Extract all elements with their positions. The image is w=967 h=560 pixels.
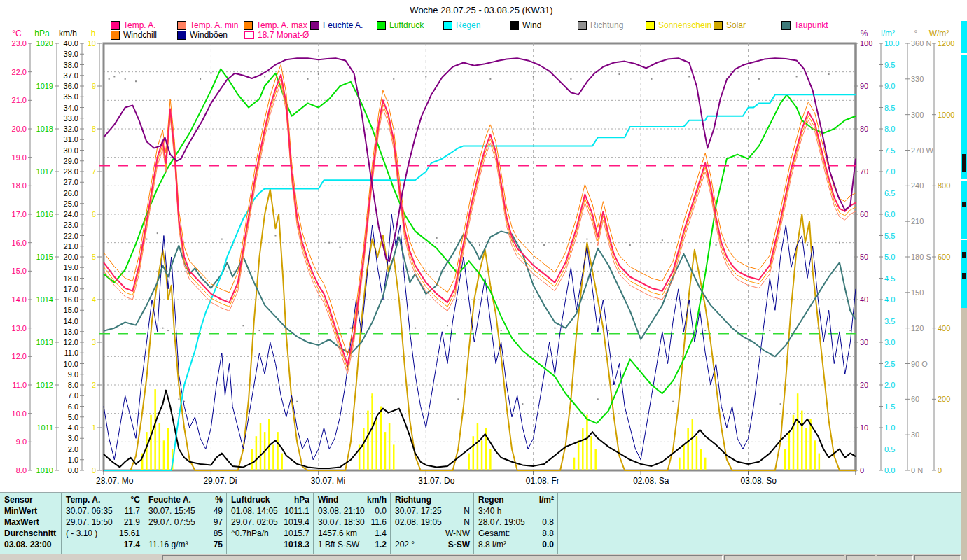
series-richtung-dot bbox=[748, 239, 749, 241]
plot-border bbox=[104, 43, 856, 470]
axis-label-h: 9 bbox=[92, 82, 96, 90]
axis-label-temp: 19.0 bbox=[12, 153, 27, 162]
status-bar bbox=[0, 554, 963, 560]
axis-label-kmh: 18.0 bbox=[64, 274, 78, 283]
table-cell-row: 03.08. 21:100.0 bbox=[318, 506, 387, 517]
axis-label-lm2: 7.5 bbox=[884, 146, 895, 155]
axis-label-kmh: 9.0 bbox=[68, 370, 78, 379]
axis-label-kmh: 17.0 bbox=[64, 285, 78, 293]
table-cell-row: 29.07. 15:5021.9 bbox=[66, 517, 140, 528]
axis-label-lm2: 0.5 bbox=[884, 445, 895, 454]
axis-label-hpa: 1010 bbox=[36, 466, 53, 475]
axis-label-pct: 30 bbox=[860, 338, 868, 346]
axis-label-pct: 20 bbox=[860, 381, 868, 389]
axis-label-kmh: 36.0 bbox=[64, 82, 78, 90]
axis-label-kmh: 15.0 bbox=[64, 306, 78, 314]
series-richtung-dot bbox=[221, 239, 223, 240]
axis-label-kmh: 21.0 bbox=[64, 242, 78, 251]
axis-label-temp: 10.0 bbox=[12, 410, 27, 418]
axis-label-deg: 90 O bbox=[911, 360, 928, 368]
series-richtung-dot bbox=[258, 330, 260, 331]
axis-label-temp: 13.0 bbox=[12, 324, 27, 332]
status-bar-segment bbox=[846, 555, 875, 560]
axis-label-hpa: 1018 bbox=[36, 125, 53, 133]
series-richtung-dot bbox=[350, 328, 352, 329]
axis-unit-wm2: W/m² bbox=[929, 29, 949, 38]
axis-unit-hpa: hPa bbox=[34, 29, 50, 38]
axis-label-deg: 120 bbox=[911, 324, 924, 332]
axis-label-hpa: 1019 bbox=[36, 82, 53, 90]
series-richtung-dot bbox=[570, 78, 571, 80]
table-col-luftdruck: LuftdruckhPa01.08. 14:051011.129.07. 02:… bbox=[227, 493, 314, 554]
table-col-feuchte-a-: Feuchte A.%30.07. 15:454929.07. 07:55978… bbox=[144, 493, 227, 554]
axis-label-lm2: 6.5 bbox=[884, 189, 895, 197]
x-day-label: 31.07. Do bbox=[418, 476, 454, 486]
table-cell-row: 1457.6 km1.4 bbox=[318, 528, 387, 540]
axis-label-lm2: 8.5 bbox=[884, 104, 895, 112]
table-cell-row: 29.07. 07:5597 bbox=[148, 517, 223, 528]
axis-label-lm2: 10.0 bbox=[884, 39, 899, 48]
axis-label-temp: 8.0 bbox=[16, 466, 27, 475]
axis-label-hpa: 1012 bbox=[36, 381, 53, 389]
axis-label-kmh: 38.0 bbox=[64, 61, 78, 69]
series-richtung-dot bbox=[586, 239, 587, 240]
axis-label-lm2: 1.0 bbox=[884, 424, 895, 432]
axis-label-temp: 20.0 bbox=[12, 125, 27, 133]
axis-label-kmh: 31.0 bbox=[64, 135, 78, 144]
table-cell-row: 29.07. 02:051019.4 bbox=[231, 517, 309, 528]
series-richtung-dot bbox=[688, 76, 690, 77]
axis-label-kmh: 25.0 bbox=[64, 200, 78, 208]
series-richtung-dot bbox=[737, 325, 738, 326]
series-richtung-dot bbox=[167, 330, 169, 331]
table-row-label: MinWert bbox=[4, 506, 57, 517]
axis-label-kmh: 37.0 bbox=[64, 71, 78, 80]
axis-label-temp: 15.0 bbox=[12, 267, 27, 275]
status-bar-segment bbox=[914, 555, 961, 560]
axis-label-kmh: 33.0 bbox=[64, 114, 78, 122]
series-richtung-dot bbox=[125, 78, 126, 80]
table-cell-row: 1018.3 bbox=[231, 540, 309, 551]
axis-label-kmh: 26.0 bbox=[64, 189, 78, 197]
status-bar-segment bbox=[1, 555, 160, 560]
axis-label-kmh: 4.0 bbox=[68, 424, 78, 432]
axis-label-wm2: 400 bbox=[938, 324, 950, 332]
series-richtung-dot bbox=[629, 244, 631, 246]
series-richtung-dot bbox=[780, 403, 781, 405]
status-bar-segment bbox=[162, 555, 723, 560]
series-richtung-dot bbox=[157, 232, 158, 234]
axis-label-pct: 70 bbox=[860, 167, 868, 176]
axis-label-kmh: 7.0 bbox=[68, 391, 78, 400]
series-richtung-dot bbox=[716, 244, 717, 246]
axis-label-kmh: 34.0 bbox=[64, 104, 78, 112]
series-temp_min bbox=[104, 83, 856, 374]
series-richtung-dot bbox=[522, 403, 523, 405]
table-col-header: Regenl/m² bbox=[478, 495, 554, 506]
x-day-label: 29.07. Di bbox=[203, 476, 237, 486]
table-cell-row: W-NW bbox=[395, 528, 470, 540]
table-cell-row: 28.07. 19:050.8 bbox=[478, 517, 554, 528]
series-richtung-dot bbox=[651, 78, 652, 80]
table-cell-row: 02.08. 19:05N bbox=[395, 517, 470, 528]
series-richtung-dot bbox=[264, 76, 265, 77]
axis-label-wm2: 1200 bbox=[938, 39, 954, 48]
axis-label-temp: 14.0 bbox=[12, 295, 27, 304]
x-day-label: 03.08. So bbox=[741, 476, 777, 486]
table-col-richtung: Richtung30.07. 17:25N02.08. 19:05NW-NW20… bbox=[391, 493, 474, 554]
series-richtung-dot bbox=[849, 330, 851, 331]
axis-label-hpa: 1015 bbox=[36, 253, 53, 261]
axis-label-h: 6 bbox=[92, 210, 96, 218]
table-row-label: 03.08. 23:00 bbox=[4, 540, 57, 551]
x-day-label: 01.08. Fr bbox=[526, 476, 559, 486]
series-richtung-dot bbox=[296, 401, 298, 402]
axis-label-pct: 10 bbox=[860, 424, 868, 432]
weather-chart[interactable]: 23.022.021.020.019.018.017.016.015.014.0… bbox=[0, 0, 967, 560]
axis-label-lm2: 4.0 bbox=[884, 295, 895, 304]
series-richtung-dot bbox=[479, 244, 480, 246]
statistics-table: SensorMinWertMaxWertDurchschnitt03.08. 2… bbox=[0, 492, 963, 555]
table-row-label: Durchschnitt bbox=[4, 528, 57, 540]
axis-unit-deg: ° bbox=[914, 29, 918, 38]
table-cell-row: ^0.7hPa/h1015.7 bbox=[231, 528, 309, 540]
axis-label-pct: 0 bbox=[860, 466, 864, 475]
table-cell-row: 30.07. 18:3011.6 bbox=[318, 517, 387, 528]
axis-label-kmh: 10.0 bbox=[64, 360, 78, 368]
